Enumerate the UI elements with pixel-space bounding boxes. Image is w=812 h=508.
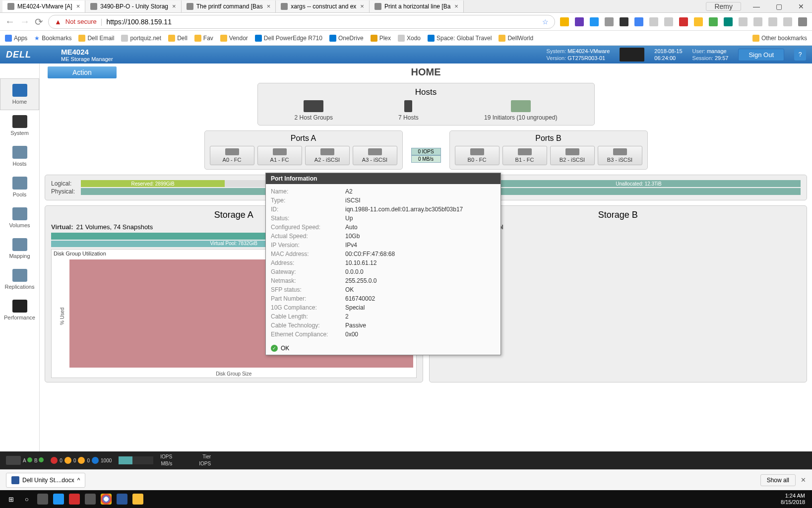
sidebar-item-home[interactable]: Home <box>0 78 39 110</box>
port-a0[interactable]: A0 - FC <box>210 146 254 165</box>
hosts-icon <box>12 146 27 159</box>
port-b1[interactable]: B1 - FC <box>502 146 547 165</box>
url-input[interactable]: ▲ Not secure | https://100.88.159.11 ☆ <box>48 15 555 29</box>
ports-row: Ports A A0 - FC A1 - FC A2 - iSCSI A3 - … <box>45 130 807 170</box>
port-a3[interactable]: A3 - iSCSI <box>353 146 397 165</box>
app-header: DELL ME4024 ME Storage Manager System: M… <box>0 46 812 64</box>
bookmark-apps[interactable]: Apps <box>5 35 27 42</box>
ext-icon[interactable] <box>664 17 673 26</box>
sidebar-item-volumes[interactable]: Volumes <box>0 202 39 233</box>
signout-button[interactable]: Sign Out <box>738 49 784 61</box>
bookmark-star-icon[interactable]: ☆ <box>542 18 549 26</box>
ext-icon[interactable] <box>694 17 703 26</box>
port-b3[interactable]: B3 - iSCSI <box>598 146 642 165</box>
ext-icon[interactable] <box>679 17 688 26</box>
close-icon[interactable]: × <box>172 2 176 10</box>
browser-tab-3[interactable]: xargs -- construct and ex× <box>276 0 370 12</box>
ext-icon[interactable] <box>560 17 569 26</box>
browser-user[interactable]: Remy <box>706 2 741 11</box>
sidebar-item-pools[interactable]: Pools <box>0 172 39 202</box>
ext-icon[interactable] <box>649 17 658 26</box>
show-all-button[interactable]: Show all <box>760 474 796 486</box>
other-bookmarks[interactable]: Other bookmarks <box>752 35 807 42</box>
sidebar-item-hosts[interactable]: Hosts <box>0 141 39 172</box>
close-icon[interactable]: × <box>267 2 271 10</box>
port-a1[interactable]: A1 - FC <box>257 146 302 165</box>
port-a2[interactable]: A2 - iSCSI <box>305 146 350 165</box>
ext-icon[interactable] <box>620 17 628 26</box>
tooltip-row: MAC Address:00:C0:FF:47:68:68 <box>271 250 496 258</box>
host-initiators[interactable]: 19 Initiators (10 ungrouped) <box>484 100 557 121</box>
back-icon[interactable]: ← <box>5 16 15 27</box>
ext-icon[interactable] <box>590 17 599 26</box>
bookmark-item[interactable]: Plex <box>371 35 391 42</box>
ext-icon[interactable] <box>739 17 748 26</box>
explorer-taskbar-icon[interactable] <box>130 492 146 507</box>
action-button[interactable]: Action <box>48 66 117 78</box>
alert-counts[interactable]: 0 0 0 1000 <box>51 457 112 464</box>
ext-icon[interactable] <box>634 17 643 26</box>
bookmark-item[interactable]: portquiz.net <box>121 35 161 42</box>
ports-a-panel: Ports A A0 - FC A1 - FC A2 - iSCSI A3 - … <box>204 130 403 170</box>
browser-tab-0[interactable]: ME4024-VMware [A]× <box>2 0 85 12</box>
bookmark-item[interactable]: Dell Email <box>78 35 114 42</box>
ext-icon[interactable] <box>768 17 777 26</box>
tooltip-row: Part Number:616740002 <box>271 294 496 303</box>
bookmark-item[interactable]: Fav <box>194 35 213 42</box>
volumes-icon <box>12 207 27 220</box>
ext-icon[interactable] <box>709 17 718 26</box>
close-icon[interactable]: × <box>76 2 80 10</box>
ext-icon[interactable] <box>575 17 584 26</box>
sidebar-item-performance[interactable]: Performance <box>0 295 39 325</box>
home-icon <box>12 84 27 97</box>
browser-tab-1[interactable]: 3490-BP-O - Unity Storag× <box>85 0 181 12</box>
system-clock[interactable]: 1:24 AM 8/15/2018 <box>781 493 809 506</box>
sidebar-item-mapping[interactable]: Mapping <box>0 233 39 264</box>
maximize-icon[interactable]: ▢ <box>768 2 790 10</box>
status-bar: A B 0 0 0 1000 IOPSMB/s TierIOPS <box>0 451 812 469</box>
forward-icon[interactable]: → <box>20 16 30 27</box>
help-button[interactable]: ? <box>794 49 806 61</box>
port-b0[interactable]: B0 - FC <box>455 146 500 165</box>
close-icon[interactable]: × <box>360 2 364 10</box>
port-b2[interactable]: B2 - iSCSI <box>550 146 595 165</box>
sidebar-item-replications[interactable]: Replications <box>0 264 39 295</box>
ext-icon[interactable] <box>724 17 733 26</box>
bookmark-item[interactable]: DellWorld <box>499 35 533 42</box>
bookmark-item[interactable]: ★Bookmarks <box>34 35 71 42</box>
ext-icon[interactable] <box>783 17 792 26</box>
menu-icon[interactable] <box>798 17 807 26</box>
bookmark-item[interactable]: Dell PowerEdge R710 <box>255 35 322 42</box>
bookmark-item[interactable]: Dell <box>168 35 187 42</box>
controller-status[interactable]: A B <box>6 456 44 465</box>
chevron-up-icon[interactable]: ^ <box>77 477 80 484</box>
bookmark-item[interactable]: Space: Global Travel <box>428 35 492 42</box>
start-button[interactable]: ⊞ <box>3 492 19 507</box>
bookmark-item[interactable]: Vendor <box>220 35 248 42</box>
server-rack-icon <box>304 100 323 112</box>
sidebar-item-system[interactable]: System <box>0 110 39 141</box>
cortana-icon[interactable]: ○ <box>19 492 35 507</box>
chrome-taskbar-icon[interactable] <box>98 492 114 507</box>
browser-tab-2[interactable]: The printf command [Bas× <box>182 0 276 12</box>
error-icon <box>51 457 58 464</box>
bookmark-item[interactable]: OneDrive <box>329 35 364 42</box>
bookmark-item[interactable]: Xodo <box>398 35 421 42</box>
mbs-value: 0 MB/s <box>411 155 441 163</box>
task-view-icon[interactable] <box>35 492 51 507</box>
ext-icon[interactable] <box>753 17 762 26</box>
close-window-icon[interactable]: ✕ <box>790 2 812 10</box>
host-groups[interactable]: 2 Host Groups <box>295 100 333 121</box>
browser-tab-4[interactable]: Print a horizontal line [Ba× <box>370 0 464 12</box>
word-taskbar-icon[interactable] <box>114 492 130 507</box>
close-icon[interactable]: × <box>454 2 458 10</box>
taskbar-app[interactable] <box>51 492 66 507</box>
host-count[interactable]: 7 Hosts <box>398 100 419 121</box>
minimize-icon[interactable]: — <box>745 2 768 10</box>
download-chip[interactable]: Dell Unity St....docx ^ <box>6 473 85 488</box>
taskbar-app[interactable] <box>82 492 98 507</box>
close-download-bar[interactable]: ✕ <box>801 476 806 484</box>
reload-icon[interactable]: ⟳ <box>35 16 43 28</box>
taskbar-app[interactable] <box>66 492 82 507</box>
ext-icon[interactable] <box>605 17 614 26</box>
